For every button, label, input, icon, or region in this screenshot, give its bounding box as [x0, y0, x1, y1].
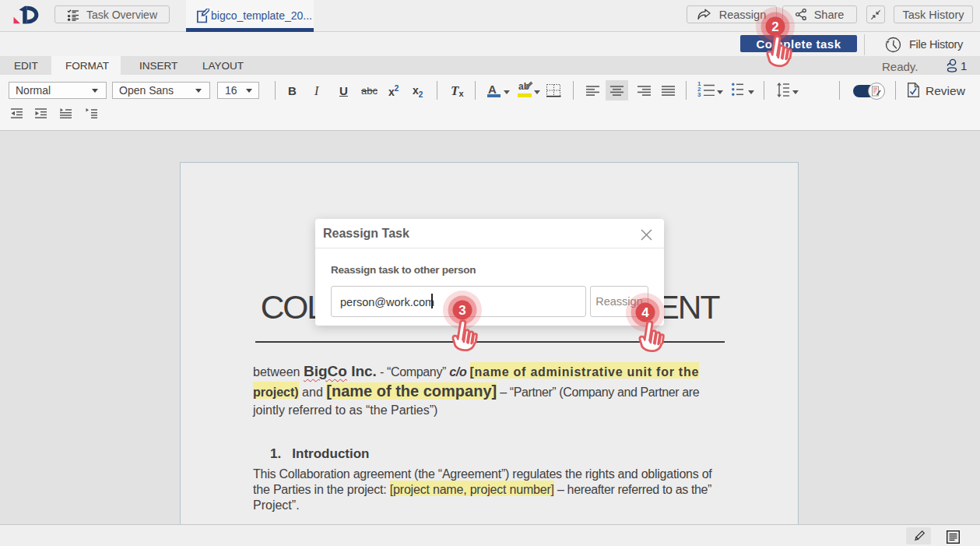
svg-text:3: 3	[458, 303, 465, 318]
